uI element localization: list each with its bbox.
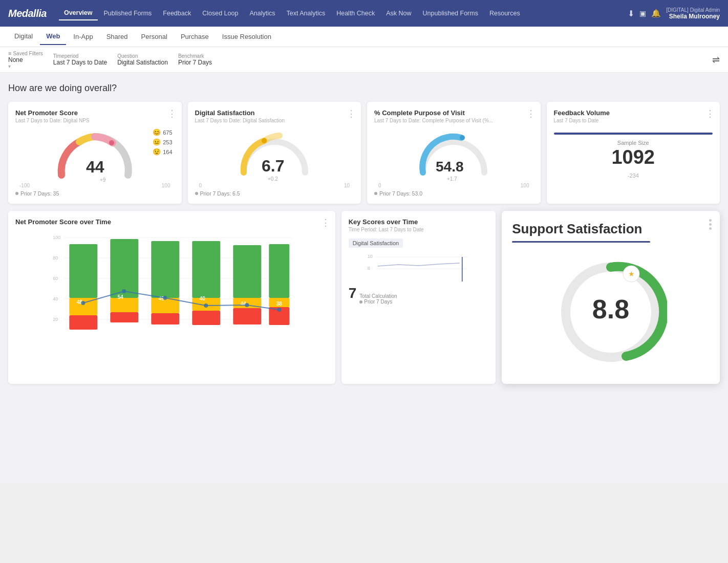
timeperiod-label: Timeperiod	[53, 53, 107, 59]
sub-nav-item-digital[interactable]: Digital	[8, 28, 39, 45]
saved-filters-value[interactable]: None	[8, 56, 43, 63]
digital-sat-title: Digital Satisfaction	[195, 109, 354, 117]
cpv-subtitle: Last 7 Days to Date: Complete Purpose of…	[374, 118, 533, 123]
sub-nav-item-issueresolution[interactable]: Issue Resolution	[216, 29, 277, 45]
sub-nav-item-inapp[interactable]: In-App	[67, 29, 99, 45]
nav-item-textanalytics[interactable]: Text Analytics	[281, 7, 330, 20]
timeperiod-value[interactable]: Last 7 Days to Date	[53, 59, 107, 66]
window-icon[interactable]: ▣	[639, 9, 646, 17]
feedback-menu[interactable]: ⋮	[705, 108, 715, 119]
filter-settings-icon[interactable]: ⇌	[712, 54, 720, 66]
cpv-labels: 0100	[374, 183, 533, 188]
svg-rect-29	[151, 241, 179, 298]
key-scores-card: Key Scores over Time Time Period: Last 7…	[341, 211, 496, 384]
nps-prior: Prior 7 Days: 35	[15, 190, 175, 197]
nav-item-analytics[interactable]: Analytics	[244, 7, 280, 20]
svg-rect-21	[69, 315, 97, 330]
nps-score-badges: 😊675 😐253 😟164	[153, 128, 172, 156]
logo: Medallia	[8, 8, 47, 19]
user-info: [DIGITAL] Digital Admin Sheila Mulrooney	[666, 7, 720, 20]
nav-item-feedback[interactable]: Feedback	[158, 7, 196, 20]
svg-text:8.8: 8.8	[592, 294, 629, 324]
nps-subtitle: Last 7 Days to Date: Digital NPS	[15, 118, 175, 123]
feedback-title: Feedback Volume	[554, 109, 713, 117]
svg-text:+1.7: +1.7	[447, 176, 457, 182]
benchmark-label: Benchmark	[178, 53, 212, 59]
saved-filters: ≡ Saved Filters None ▾	[8, 50, 43, 69]
svg-rect-31	[151, 313, 179, 324]
nav-item-overview[interactable]: Overview	[59, 6, 98, 20]
benchmark-filter: Benchmark Prior 7 Days	[178, 53, 212, 66]
support-title: Support Satisfaction	[512, 221, 710, 237]
timeperiod-filter: Timeperiod Last 7 Days to Date	[53, 53, 107, 66]
svg-rect-34	[192, 241, 220, 298]
svg-text:★: ★	[628, 270, 635, 278]
nav-item-healthcheck[interactable]: Health Check	[331, 7, 380, 20]
nps-passives: 😐253	[153, 138, 172, 146]
nav-items: Overview Published Forms Feedback Closed…	[59, 6, 628, 20]
cpv-card: % Complete Purpose of Visit Last 7 Days …	[367, 102, 541, 204]
section-title: How are we doing overall?	[8, 83, 720, 94]
nav-item-unpublished[interactable]: Unpublished Forms	[418, 7, 483, 20]
feedback-bar	[554, 133, 713, 135]
support-gauge: ★ 8.8	[512, 251, 710, 374]
svg-rect-19	[69, 244, 97, 298]
svg-text:44: 44	[86, 158, 104, 176]
sub-nav-item-purchase[interactable]: Purchase	[175, 29, 215, 45]
feedback-change: -234	[554, 172, 713, 179]
svg-text:60: 60	[53, 276, 58, 281]
svg-rect-26	[110, 312, 138, 322]
question-filter: Question Digital Satisfaction	[117, 53, 168, 66]
user-role: [DIGITAL] Digital Admin	[666, 7, 720, 13]
digital-sat-labels: 010	[195, 183, 354, 188]
bottom-cards-row: Net Promoter Score over Time ⋮ 100 80 60…	[8, 211, 720, 384]
filter-bar: ≡ Saved Filters None ▾ Timeperiod Last 7…	[0, 47, 728, 73]
sub-nav-item-shared[interactable]: Shared	[100, 29, 134, 45]
nps-promoters: 😊675	[153, 128, 172, 136]
support-satisfaction-card: Support Satisfaction ★	[502, 211, 720, 384]
question-label: Question	[117, 53, 168, 59]
digital-sat-menu[interactable]: ⋮	[347, 108, 356, 119]
svg-text:54.8: 54.8	[436, 159, 464, 175]
sub-nav-item-web[interactable]: Web	[40, 28, 66, 45]
svg-text:80: 80	[53, 255, 58, 261]
saved-filters-label: ≡ Saved Filters	[8, 50, 43, 56]
download-icon[interactable]: ⬇	[628, 9, 634, 18]
user-name: Sheila Mulrooney	[666, 13, 720, 20]
key-score-desc: Total Calculation	[359, 293, 397, 299]
svg-text:8: 8	[367, 266, 370, 271]
svg-text:40: 40	[53, 296, 58, 301]
benchmark-value[interactable]: Prior 7 Days	[178, 59, 212, 66]
nav-item-published[interactable]: Published Forms	[99, 7, 157, 20]
digital-sat-prior: Prior 7 Days: 6.5	[195, 190, 354, 197]
nav-item-resources[interactable]: Resources	[484, 7, 525, 20]
svg-rect-41	[233, 308, 261, 324]
nps-bar-chart: 100 80 60 40 20 48	[15, 230, 328, 342]
nav-item-closedloop[interactable]: Closed Loop	[197, 7, 243, 20]
top-nav: Medallia Overview Published Forms Feedba…	[0, 0, 728, 27]
feedback-value: 1092	[554, 146, 713, 169]
cpv-gauge: 54.8 +1.7	[374, 123, 533, 183]
question-value[interactable]: Digital Satisfaction	[117, 59, 168, 66]
svg-text:100: 100	[53, 235, 60, 240]
cpv-menu[interactable]: ⋮	[526, 108, 536, 119]
nps-menu[interactable]: ⋮	[167, 108, 177, 119]
svg-text:20: 20	[53, 317, 58, 322]
digital-sat-gauge: 6.7 +0.2	[195, 123, 354, 183]
nps-card: Net Promoter Score Last 7 Days to Date: …	[8, 102, 182, 204]
svg-text:10: 10	[367, 254, 372, 259]
nav-item-asknow[interactable]: Ask Now	[381, 7, 416, 20]
bell-icon[interactable]: 🔔	[651, 9, 661, 18]
key-score-item: Digital Satisfaction 10 8 7 Total Calcul…	[349, 239, 489, 305]
key-score-big: 7	[349, 285, 357, 301]
svg-rect-24	[110, 239, 138, 298]
sub-nav: Digital Web In-App Shared Personal Purch…	[0, 27, 728, 47]
feedback-subtitle: Last 7 Days to Date	[554, 118, 713, 123]
sub-nav-item-personal[interactable]: Personal	[135, 29, 174, 45]
nps-over-time-menu[interactable]: ⋮	[321, 217, 330, 228]
svg-rect-36	[192, 311, 220, 325]
svg-point-57	[623, 353, 630, 360]
support-menu[interactable]	[709, 219, 712, 230]
cpv-title: % Complete Purpose of Visit	[374, 109, 533, 117]
svg-text:54: 54	[118, 294, 124, 300]
